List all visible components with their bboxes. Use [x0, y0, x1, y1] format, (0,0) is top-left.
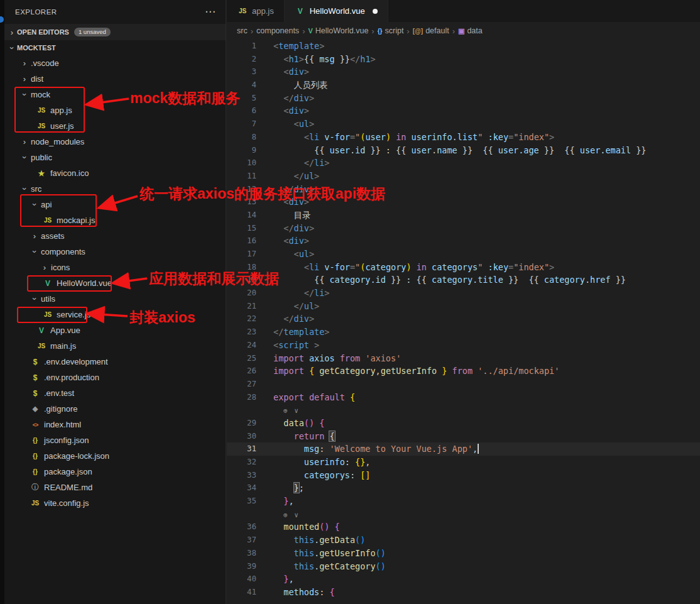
line-number[interactable]: 36: [227, 520, 256, 534]
line-number[interactable]: 9: [227, 144, 256, 157]
code-line-20[interactable]: 20 </li>: [227, 287, 700, 300]
code-line-27[interactable]: 27: [227, 378, 700, 391]
line-number[interactable]: 28: [227, 391, 256, 404]
code-line-12[interactable]: 12 </div>: [227, 183, 700, 196]
code-line-17[interactable]: 17 <ul>: [227, 248, 700, 261]
tree-item-app-js[interactable]: JSapp.js: [4, 102, 226, 118]
tree-item-utils[interactable]: ›utils: [4, 291, 226, 307]
breadcrumb-item-script[interactable]: {}script: [378, 26, 404, 35]
breadcrumb-item-data[interactable]: ▣data: [458, 26, 483, 35]
open-editors-section[interactable]: › OPEN EDITORS 1 unsaved: [4, 24, 226, 40]
inline-hint-icon[interactable]: ⊕ ∨: [283, 407, 300, 415]
tree-item-favicon-ico[interactable]: ★favicon.ico: [4, 165, 226, 181]
line-number[interactable]: 11: [227, 170, 256, 183]
code-line-41[interactable]: 41 methods: {: [227, 586, 700, 599]
line-number[interactable]: 16: [227, 234, 256, 248]
code-line-22[interactable]: 22 </div>: [227, 312, 700, 326]
chevron-right-icon[interactable]: ›: [40, 263, 50, 272]
tree-item-jsconfig-json[interactable]: {}jsconfig.json: [4, 432, 226, 448]
line-number[interactable]: 13: [227, 195, 256, 209]
code-line-30[interactable]: 30 return {: [227, 430, 700, 443]
code-line-29[interactable]: 29 data() {: [227, 417, 700, 430]
chevron-down-icon[interactable]: ›: [8, 43, 17, 53]
line-number[interactable]: 2: [227, 53, 256, 66]
chevron-down-icon[interactable]: ›: [30, 294, 40, 304]
line-number[interactable]: 37: [227, 534, 256, 547]
line-number[interactable]: 10: [227, 156, 256, 170]
chevron-right-icon[interactable]: ›: [7, 28, 17, 37]
line-number[interactable]: 22: [227, 312, 256, 326]
line-number[interactable]: 7: [227, 118, 256, 131]
tree-item-dist[interactable]: ›dist: [4, 71, 226, 87]
chevron-down-icon[interactable]: ›: [20, 90, 30, 100]
tab-helloworld-vue[interactable]: VHelloWorld.vue: [285, 0, 388, 22]
breadcrumb-item-components[interactable]: components: [256, 26, 299, 35]
line-number[interactable]: [227, 404, 256, 417]
code-line-11[interactable]: 11 </ul>: [227, 170, 700, 183]
tree-item-assets[interactable]: ›assets: [4, 228, 226, 244]
line-number[interactable]: 24: [227, 339, 256, 352]
code-line-37[interactable]: 37 this.getData(): [227, 534, 700, 547]
tree-item-index-html[interactable]: <>index.html: [4, 417, 226, 432]
tree-item-src[interactable]: ›src: [4, 181, 226, 197]
code-line-26[interactable]: 26import { getCategory,getUserInfo } fro…: [227, 365, 700, 378]
line-number[interactable]: 17: [227, 248, 256, 261]
line-number[interactable]: 12: [227, 183, 256, 196]
tree-item-main-js[interactable]: JSmain.js: [4, 338, 226, 354]
code-line-9[interactable]: 9 {{ user.id }} : {{ user.name }} {{ use…: [227, 144, 700, 157]
tree-item-service-js[interactable]: JSservice.js: [4, 307, 226, 322]
line-number[interactable]: 23: [227, 326, 256, 339]
line-number[interactable]: 20: [227, 287, 256, 300]
breadcrumb-item-src[interactable]: src: [237, 26, 248, 35]
code-line-8[interactable]: 8 <li v-for="(user) in userinfo.list" :k…: [227, 131, 700, 144]
code-line-25[interactable]: 25import axios from 'axios': [227, 352, 700, 365]
project-root-header[interactable]: › MOCKTEST: [4, 40, 226, 55]
tree-item-readme-md[interactable]: ⓘREADME.md: [4, 480, 226, 495]
tree-item-public[interactable]: ›public: [4, 150, 226, 165]
chevron-right-icon[interactable]: ›: [19, 58, 30, 68]
line-number[interactable]: 19: [227, 273, 256, 287]
chevron-down-icon[interactable]: ›: [30, 200, 40, 210]
line-number[interactable]: 40: [227, 573, 256, 586]
code-line-23[interactable]: 23</template>: [227, 326, 700, 339]
code-line-38[interactable]: 38 this.getUserInfo(): [227, 547, 700, 560]
line-number[interactable]: 4: [227, 79, 256, 92]
code-line-14[interactable]: 14 目录: [227, 209, 700, 222]
line-number[interactable]: 21: [227, 300, 256, 313]
line-number[interactable]: 8: [227, 131, 256, 144]
code-line-4[interactable]: 4 人员列表: [227, 79, 700, 92]
tree-item-vite-config-js[interactable]: JSvite.config.js: [4, 495, 226, 511]
tree-item-env-test[interactable]: $.env.test: [4, 385, 226, 401]
tree-item-node-modules[interactable]: ›node_modules: [4, 134, 226, 150]
code-line-10[interactable]: 10 </li>: [227, 156, 700, 170]
breadcrumb-item-helloworld-vue[interactable]: VHelloWorld.vue: [308, 26, 368, 35]
inline-hint-icon[interactable]: ⊕ ∨: [283, 511, 300, 519]
line-number[interactable]: 15: [227, 222, 256, 235]
code-line-1[interactable]: 1<template>: [227, 40, 700, 53]
code-line-2[interactable]: 2 <h1>{{ msg }}</h1>: [227, 53, 700, 66]
code-line-6[interactable]: 6 <div>: [227, 104, 700, 118]
line-number[interactable]: 38: [227, 547, 256, 560]
code-line-28[interactable]: 28export default {: [227, 391, 700, 404]
code-editor[interactable]: 1<template>2 <h1>{{ msg }}</h1>3 <div>4 …: [227, 40, 700, 599]
line-number[interactable]: [227, 508, 256, 521]
code-line-33[interactable]: 33 categorys: []: [227, 469, 700, 482]
code-line-18[interactable]: 18 <li v-for="(category) in categorys" :…: [227, 261, 700, 274]
line-number[interactable]: 26: [227, 365, 256, 378]
breadcrumb-item-default[interactable]: [@]default: [413, 26, 449, 35]
tree-item-components[interactable]: ›components: [4, 244, 226, 260]
code-line-36[interactable]: 36 mounted() {: [227, 520, 700, 534]
tab-app-js[interactable]: JSapp.js: [227, 0, 285, 22]
code-widget-row[interactable]: ⊕ ∨: [227, 508, 700, 521]
line-number[interactable]: 32: [227, 456, 256, 469]
code-widget-row[interactable]: ⊕ ∨: [227, 404, 700, 417]
more-actions-icon[interactable]: ⋯: [205, 9, 216, 15]
tree-item-api[interactable]: ›api: [4, 197, 226, 212]
tree-item-user-js[interactable]: JSuser.js: [4, 118, 226, 134]
tree-item-env-development[interactable]: $.env.development: [4, 354, 226, 370]
tree-item-helloworld-vue[interactable]: VHelloWorld.vue: [4, 275, 226, 291]
tree-item-env-production[interactable]: $.env.production: [4, 370, 226, 385]
tree-item-icons[interactable]: ›icons: [4, 260, 226, 275]
code-line-32[interactable]: 32 userinfo: {},: [227, 456, 700, 469]
line-number[interactable]: 27: [227, 378, 256, 391]
